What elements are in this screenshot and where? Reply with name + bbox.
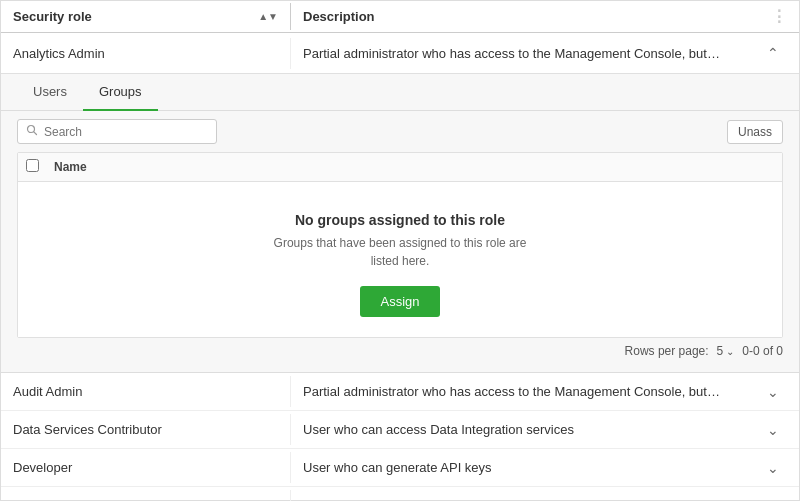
developer-expand-btn[interactable]: ⌄ — [759, 456, 787, 480]
tab-groups[interactable]: Groups — [83, 74, 158, 111]
analytics-admin-row: Analytics Admin Partial administrator wh… — [1, 33, 799, 373]
tabs-bar: Users Groups — [1, 74, 799, 111]
empty-subtitle-line1: Groups that have been assigned to this r… — [274, 236, 527, 250]
analytics-admin-row-header: Analytics Admin Partial administrator wh… — [1, 33, 799, 73]
table-header: Security role ▲▼ Description ⋮ — [1, 1, 799, 33]
sort-icon[interactable]: ▲▼ — [258, 12, 278, 22]
developer-name-cell: Developer — [1, 452, 291, 483]
developer-row: Developer User who can generate API keys… — [1, 449, 799, 487]
svg-line-1 — [34, 132, 37, 135]
data-services-desc-cell: User who can access Data Integration ser… — [291, 410, 799, 450]
search-input[interactable] — [44, 125, 208, 139]
developer-name: Developer — [13, 460, 72, 475]
empty-subtitle-line2: listed here. — [371, 254, 430, 268]
audit-admin-desc-cell: Partial administrator who has access to … — [291, 372, 799, 412]
developer-desc-cell: User who can generate API keys ⌄ — [291, 448, 799, 488]
data-services-contributor-row: Data Services Contributor User who can a… — [1, 411, 799, 449]
search-box — [17, 119, 217, 144]
tab-users[interactable]: Users — [17, 74, 83, 111]
empty-state: No groups assigned to this role Groups t… — [18, 182, 782, 337]
empty-subtitle: Groups that have been assigned to this r… — [38, 234, 762, 270]
data-services-name-cell: Data Services Contributor — [1, 414, 291, 445]
column-drag-handle[interactable]: ⋮ — [771, 7, 787, 26]
audit-admin-name-cell: Audit Admin — [1, 376, 291, 407]
role-col-label: Security role — [13, 9, 92, 24]
managed-space-expand-btn[interactable]: ⌄ — [759, 494, 787, 502]
analytics-admin-name: Analytics Admin — [13, 46, 105, 61]
audit-admin-row: Audit Admin Partial administrator who ha… — [1, 373, 799, 411]
role-column-header: Security role ▲▼ — [1, 3, 291, 30]
inner-rows-per-page-select[interactable]: 5 ⌄ — [717, 344, 735, 358]
inner-rows-chevron-icon: ⌄ — [726, 346, 734, 357]
desc-col-label: Description — [303, 9, 375, 24]
inner-rows-value: 5 — [717, 344, 724, 358]
audit-admin-name: Audit Admin — [13, 384, 82, 399]
data-services-description: User who can access Data Integration ser… — [303, 422, 574, 437]
analytics-admin-collapse-btn[interactable]: ⌃ — [759, 41, 787, 65]
analytics-admin-description: Partial administrator who has access to … — [303, 46, 723, 61]
managed-space-name-cell: Managed Space Creator — [1, 490, 291, 501]
select-all-checkbox[interactable] — [26, 159, 39, 172]
search-action-row: Unass — [1, 111, 799, 152]
unassign-button[interactable]: Unass — [727, 120, 783, 144]
inner-page-info: 0-0 of 0 — [742, 344, 783, 358]
inner-pagination-row: Rows per page: 5 ⌄ 0-0 of 0 — [1, 338, 799, 364]
data-services-expand-btn[interactable]: ⌄ — [759, 418, 787, 442]
groups-table: Name No groups assigned to this role Gro… — [17, 152, 783, 338]
developer-description: User who can generate API keys — [303, 460, 492, 475]
empty-title: No groups assigned to this role — [38, 212, 762, 228]
managed-space-desc-cell: User who can create managed spaces ⌄ — [291, 486, 799, 502]
name-column-header: Name — [54, 160, 87, 174]
data-services-name: Data Services Contributor — [13, 422, 162, 437]
audit-admin-expand-btn[interactable]: ⌄ — [759, 380, 787, 404]
managed-space-creator-row: Managed Space Creator User who can creat… — [1, 487, 799, 501]
analytics-admin-expanded-panel: Users Groups Unass — [1, 73, 799, 372]
search-icon — [26, 124, 38, 139]
inner-rows-per-page-label: Rows per page: — [625, 344, 709, 358]
analytics-admin-desc-cell: Partial administrator who has access to … — [291, 33, 799, 73]
select-all-checkbox-col — [26, 159, 54, 175]
groups-table-header: Name — [18, 153, 782, 182]
analytics-admin-name-cell: Analytics Admin — [1, 38, 291, 69]
assign-button[interactable]: Assign — [360, 286, 439, 317]
main-container: Security role ▲▼ Description ⋮ Analytics… — [0, 0, 800, 501]
description-column-header: Description ⋮ — [291, 1, 799, 32]
audit-admin-description: Partial administrator who has access to … — [303, 384, 723, 399]
